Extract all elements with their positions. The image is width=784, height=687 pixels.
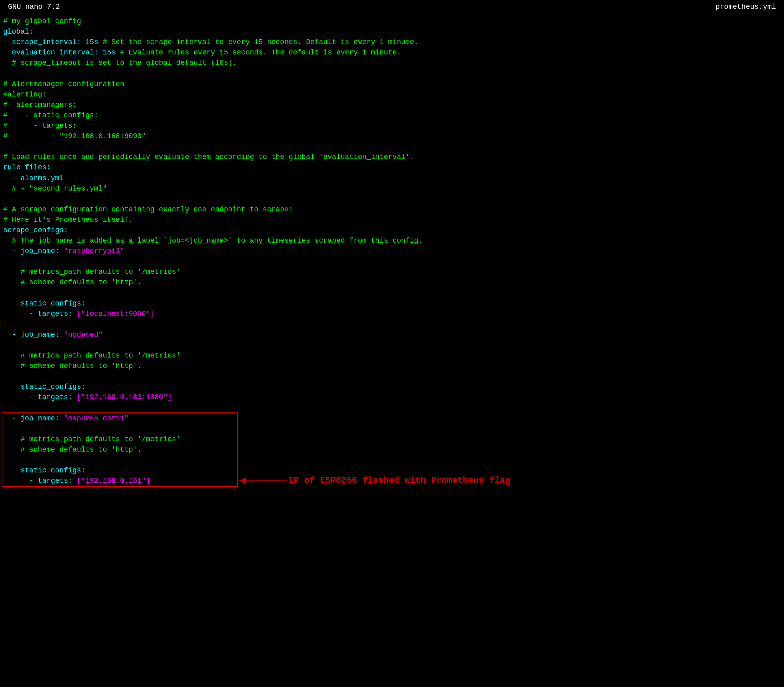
editor-line: [0, 403, 784, 413]
file-name: prometheus.yml: [716, 2, 776, 12]
editor-line: # metrics_path defaults to '/metrics': [0, 350, 784, 361]
editor-line: [0, 141, 784, 152]
editor-line: scrape_configs:: [0, 225, 784, 235]
editor-line: - targets: ["192.168.0.183:1880"]: [0, 392, 784, 402]
editor-line: [0, 455, 784, 465]
editor-line: # scrape_timeout is set to the global de…: [0, 58, 784, 68]
editor-line: [0, 288, 784, 298]
editor-line: # my global config: [0, 16, 784, 26]
editor-line: - job_name: "esp8266_dht11": [0, 413, 784, 424]
editor-line: [0, 256, 784, 267]
editor-line: - job_name: "nodered": [0, 329, 784, 340]
title-bar: GNU nano 7.2 prometheus.yml: [0, 0, 784, 14]
editor-line: # - static_configs:: [0, 110, 784, 121]
editor-line: - alarms.yml: [0, 173, 784, 183]
annotation-arrow: [239, 480, 287, 481]
editor-line: # metrics_path defaults to '/metrics': [0, 267, 784, 277]
editor-line: # - "second_rules.yml": [0, 183, 784, 194]
editor-line: - job_name: "raspberrypi3": [0, 246, 784, 256]
editor-line: scrape_interval: 15s # Set the scrape in…: [0, 37, 784, 47]
editor-line: # scheme defaults to 'http'.: [0, 277, 784, 287]
editor-line: # The job name is added as a label `job=…: [0, 235, 784, 246]
editor-line: [0, 424, 784, 434]
app-name: GNU nano 7.2: [8, 2, 60, 12]
editor-line: static_configs:: [0, 298, 784, 309]
editor-line: [0, 340, 784, 350]
editor-line: evaluation_interval: 15s # Evaluate rule…: [0, 47, 784, 58]
editor-line: # Here it's Prometheus itself.: [0, 215, 784, 225]
editor-line: #alerting:: [0, 89, 784, 100]
editor-line: # alertmanagers:: [0, 100, 784, 110]
editor-line: - targets: ["localhost:9090"]: [0, 309, 784, 319]
editor-line: # scheme defaults to 'http'.: [0, 361, 784, 371]
editor-area: # my global configglobal: scrape_interva…: [0, 14, 784, 488]
editor-line: # A scrape configuration containing exac…: [0, 204, 784, 215]
editor-line: [0, 319, 784, 329]
editor-line: global:: [0, 26, 784, 37]
annotation-text: IP of ESP8266 flashed with Prometheus fl…: [288, 474, 511, 487]
editor-line: # Load rules once and periodically evalu…: [0, 152, 784, 162]
editor-line: static_configs:: [0, 382, 784, 392]
editor-line: # - targets:: [0, 121, 784, 131]
editor-line: [0, 371, 784, 382]
editor-line: [0, 68, 784, 79]
editor-line: # scheme defaults to 'http'.: [0, 444, 784, 455]
editor-line: # - "192.168.0.168:9093": [0, 131, 784, 141]
editor-line: rule_files:: [0, 162, 784, 173]
arrow-left-icon: [239, 478, 246, 484]
editor-line: # metrics_path defaults to '/metrics': [0, 434, 784, 444]
editor-line: [0, 194, 784, 204]
editor-line: # Alertmanager configuration: [0, 79, 784, 89]
